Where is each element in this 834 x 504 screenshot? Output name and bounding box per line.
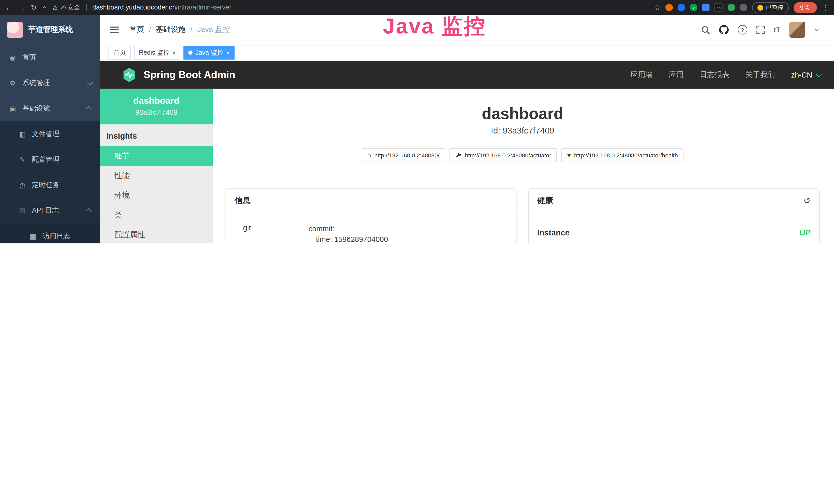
locale-selector[interactable]: zh-CN bbox=[791, 71, 820, 79]
sidebar-item-api-logs[interactable]: ▤ API 日志 bbox=[0, 198, 100, 223]
sba-nav-about[interactable]: 关于我们 bbox=[745, 70, 775, 79]
logo-image bbox=[7, 22, 23, 38]
browser-actions: ☆ v on 已暂停 更新 ⋮ bbox=[655, 2, 829, 13]
chevron-down-icon bbox=[87, 79, 93, 85]
sidebar-item-config-management[interactable]: ✎ 配置管理 bbox=[0, 147, 100, 172]
browser-menu-icon[interactable]: ⋮ bbox=[822, 3, 829, 11]
github-icon[interactable] bbox=[719, 25, 728, 35]
extension-vue-icon[interactable]: v bbox=[690, 4, 697, 11]
extension-leaf-icon[interactable] bbox=[728, 4, 735, 11]
paused-badge[interactable]: 已暂停 bbox=[752, 2, 789, 13]
health-card-title: 健康 bbox=[537, 196, 553, 206]
infrastructure-submenu: ◧ 文件管理 ✎ 配置管理 ◴ 定时任务 ▤ API 日志 bbox=[0, 121, 100, 244]
pencil-icon: ✎ bbox=[18, 156, 26, 164]
extension-on-badge-icon[interactable]: on bbox=[714, 3, 723, 12]
instance-id-subtitle: Id: 93a3fc7f7409 bbox=[226, 126, 819, 136]
extension-dark-icon[interactable] bbox=[740, 4, 747, 11]
tag-home[interactable]: 首页 bbox=[108, 46, 131, 60]
insights-group: Insights 细节 性能 环境 类 配置属性 计划任务 bbox=[100, 124, 213, 244]
sba-nav-journal[interactable]: 日志报表 bbox=[700, 70, 729, 79]
infrastructure-icon: ▣ bbox=[8, 105, 17, 112]
avatar-caret-icon[interactable] bbox=[814, 27, 819, 31]
sidebar-item-access-logs[interactable]: ▥ 访问日志 bbox=[0, 223, 100, 244]
close-icon[interactable]: × bbox=[172, 50, 176, 56]
gear-icon: ⚙ bbox=[8, 79, 17, 87]
hamburger-icon[interactable] bbox=[109, 24, 120, 35]
commit-label: commit: bbox=[308, 223, 503, 234]
sba-nav-applications[interactable]: 应用 bbox=[669, 70, 684, 79]
chevron-up-icon bbox=[86, 208, 91, 214]
sidebar-item-infrastructure[interactable]: ▣ 基础设施 bbox=[0, 96, 100, 121]
update-button[interactable]: 更新 bbox=[794, 2, 817, 13]
info-card: 信息 git commit: time: 1596289704000 id: 2… bbox=[226, 189, 517, 244]
tag-java-monitor[interactable]: Java 监控× bbox=[184, 46, 234, 60]
nav-item-details[interactable]: 细节 bbox=[100, 146, 213, 166]
sidebar-menu: ◉ 首页 ⚙ 系统管理 ▣ 基础设施 ◧ 文件管理 bbox=[0, 45, 100, 244]
status-up-badge: UP bbox=[799, 228, 811, 237]
breadcrumb-home[interactable]: 首页 bbox=[129, 25, 144, 35]
health-instance-row: Instance UP bbox=[537, 223, 811, 244]
url-domain: dashboard.yudao.iocoder.cn bbox=[92, 4, 176, 11]
sba-title[interactable]: Spring Boot Admin bbox=[144, 69, 235, 81]
actuator-url-link[interactable]: http://192.168.0.2:48080/actuator bbox=[449, 148, 557, 162]
tags-view: 首页 Redis 监控× Java 监控× bbox=[100, 45, 834, 61]
breadcrumb-separator: / bbox=[190, 25, 192, 34]
warning-icon: ⚠ bbox=[53, 4, 58, 11]
log-icon: ▤ bbox=[18, 207, 26, 215]
help-icon[interactable]: ? bbox=[738, 25, 747, 35]
app-logo[interactable]: 芋道管理系统 bbox=[0, 15, 100, 45]
git-commit-block: commit: time: 1596289704000 id: 27aa832 bbox=[308, 221, 503, 244]
app-title: 芋道管理系统 bbox=[28, 25, 73, 35]
timer-icon: ◴ bbox=[18, 181, 26, 189]
reload-icon[interactable]: ↻ bbox=[31, 4, 37, 11]
chevron-down-icon bbox=[816, 71, 822, 77]
font-size-icon[interactable]: tT bbox=[774, 26, 780, 33]
sidebar-item-home[interactable]: ◉ 首页 bbox=[0, 45, 100, 70]
tag-redis-monitor[interactable]: Redis 监控× bbox=[134, 46, 180, 60]
health-instance-label: Instance bbox=[537, 228, 570, 237]
extension-orange-icon[interactable] bbox=[665, 4, 673, 11]
breadcrumb: 首页 / 基础设施 / Java 监控 bbox=[129, 25, 230, 35]
extension-drop-icon[interactable] bbox=[678, 4, 685, 11]
forward-icon[interactable]: → bbox=[18, 4, 25, 11]
nav-item-environment[interactable]: 环境 bbox=[100, 186, 213, 205]
dashboard-icon: ◉ bbox=[8, 53, 17, 61]
file-icon: ◧ bbox=[18, 130, 26, 138]
health-url-link[interactable]: ♥http://192.168.0.2:48080/actuator/healt… bbox=[561, 148, 684, 162]
browser-home-icon[interactable]: ⌂ bbox=[42, 4, 46, 11]
active-tag-dot bbox=[189, 51, 193, 55]
close-icon[interactable]: × bbox=[226, 50, 229, 56]
fullscreen-icon[interactable] bbox=[756, 25, 765, 34]
spring-boot-admin-logo-icon[interactable] bbox=[121, 67, 137, 83]
health-card: 健康 ↺ Instance UP bbox=[529, 189, 819, 244]
sidebar-item-file-management[interactable]: ◧ 文件管理 bbox=[0, 121, 100, 146]
user-avatar[interactable] bbox=[789, 22, 805, 38]
breadcrumb-infrastructure[interactable]: 基础设施 bbox=[156, 25, 186, 35]
topbar-actions: ? tT bbox=[701, 22, 825, 38]
info-git-row: git commit: time: 1596289704000 id: 27aa… bbox=[226, 221, 517, 244]
instance-header: dashboard 93a3fc7f7409 bbox=[100, 89, 213, 124]
breadcrumb-current: Java 监控 bbox=[197, 25, 230, 35]
sba-header: Spring Boot Admin 应用墙 应用 日志报表 关于我们 zh-CN bbox=[100, 61, 834, 89]
bookmark-star-icon[interactable]: ☆ bbox=[655, 3, 661, 11]
nav-item-config-properties[interactable]: 配置属性 bbox=[100, 225, 213, 244]
nav-item-classes[interactable]: 类 bbox=[100, 205, 213, 225]
address-bar[interactable]: ⚠ 不安全 dashboard.yudao.iocoder.cn/infra/a… bbox=[53, 3, 232, 12]
nav-item-performance[interactable]: 性能 bbox=[100, 166, 213, 186]
search-icon[interactable] bbox=[701, 25, 710, 34]
sidebar-item-scheduled-jobs[interactable]: ◴ 定时任务 bbox=[0, 172, 100, 198]
sba-nav: 应用墙 应用 日志报表 关于我们 zh-CN bbox=[631, 70, 820, 79]
topbar: 首页 / 基础设施 / Java 监控 ? bbox=[100, 15, 834, 45]
sba-nav-wallboard[interactable]: 应用墙 bbox=[631, 70, 653, 79]
instance-name: dashboard bbox=[105, 96, 207, 106]
commit-time: time: 1596289704000 bbox=[308, 234, 503, 244]
sidebar-item-system-management[interactable]: ⚙ 系统管理 bbox=[0, 70, 100, 95]
wrench-icon bbox=[455, 152, 462, 158]
extension-grid-icon[interactable] bbox=[702, 4, 709, 11]
main-sidebar: 芋道管理系统 ◉ 首页 ⚙ 系统管理 ▣ 基础设施 bbox=[0, 15, 100, 244]
instance-main: dashboard Id: 93a3fc7f7409 ⌂http://192.1… bbox=[213, 89, 834, 244]
history-icon[interactable]: ↺ bbox=[804, 196, 811, 206]
chevron-up-icon bbox=[86, 106, 91, 112]
back-icon[interactable]: ← bbox=[5, 4, 12, 11]
service-url-link[interactable]: ⌂http://192.168.0.2:48080/ bbox=[361, 148, 445, 162]
